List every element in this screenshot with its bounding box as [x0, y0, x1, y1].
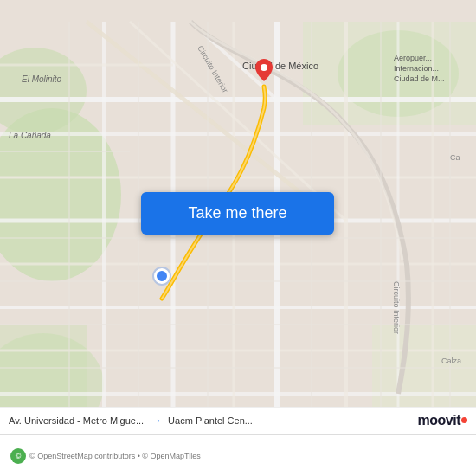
attribution-text: © OpenStreetMap contributors • © OpenMap…: [29, 452, 201, 460]
svg-text:Ca: Ca: [450, 153, 460, 162]
bottom-bar: © © OpenStreetMap contributors • © OpenM…: [0, 434, 476, 476]
moovit-logo-text: moovit: [418, 413, 460, 428]
map-background: El Molinito La Cañada Ciudad de México A…: [0, 0, 476, 476]
svg-text:El Molinito: El Molinito: [22, 74, 62, 84]
route-info-bar: Av. Universidad - Metro Migue... → Uacm …: [0, 407, 476, 434]
svg-text:Calza: Calza: [441, 357, 461, 365]
svg-text:La Cañada: La Cañada: [9, 131, 51, 140]
svg-text:Ciudad de M...: Ciudad de M...: [394, 74, 445, 83]
moovit-logo-dot: [461, 417, 467, 423]
svg-text:Aeropuer...: Aeropuer...: [394, 54, 432, 62]
route-arrow: →: [149, 413, 163, 428]
svg-point-49: [261, 64, 267, 71]
destination-label: Uacm Plantel Cen...: [168, 415, 253, 426]
map-container: El Molinito La Cañada Ciudad de México A…: [0, 0, 476, 476]
bottom-bar-left: © © OpenStreetMap contributors • © OpenM…: [10, 448, 466, 464]
osm-logo: ©: [10, 448, 26, 464]
svg-text:Circuito Interior: Circuito Interior: [392, 281, 401, 334]
origin-label: Av. Universidad - Metro Migue...: [9, 415, 144, 426]
current-location-marker: [154, 268, 170, 284]
moovit-brand: moovit: [418, 413, 467, 428]
take-me-there-button[interactable]: Take me there: [141, 192, 334, 235]
svg-text:Ciudad de México: Ciudad de México: [242, 61, 318, 71]
svg-text:Internacion...: Internacion...: [394, 64, 439, 73]
destination-marker: [255, 59, 273, 81]
